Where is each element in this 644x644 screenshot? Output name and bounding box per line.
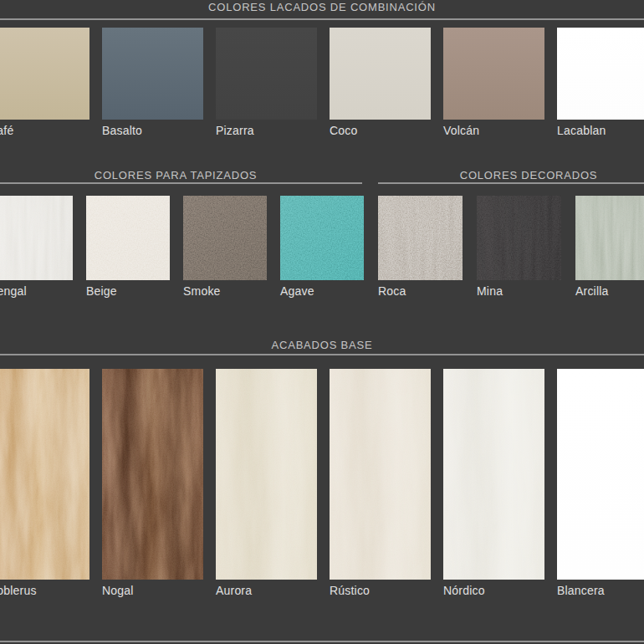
section-title-acabados: ACABADOS BASE <box>0 339 644 351</box>
texture-overlay <box>378 196 463 280</box>
texture-overlay <box>0 196 73 280</box>
swatch-label: Basalto <box>102 124 203 137</box>
swatch-roblerus: Roblerus <box>0 369 89 597</box>
swatch-label: Lacablan <box>557 124 644 137</box>
swatch-label: Nogal <box>102 584 203 597</box>
swatch-row-decorados: RocaMinaArcilla <box>378 196 644 298</box>
swatch-label: Volcán <box>443 124 544 137</box>
section-title-decorados: COLORES DECORADOS <box>378 169 644 181</box>
divider-rule-acabados <box>0 354 644 355</box>
texture-overlay <box>0 196 73 280</box>
swatch-label: Arcilla <box>575 284 644 298</box>
texture-overlay <box>443 369 544 580</box>
swatch-color-chip <box>102 369 203 580</box>
texture-overlay <box>0 369 89 580</box>
texture-overlay <box>330 369 431 580</box>
section-title-lacados: COLORES LACADOS DE COMBINACIÓN <box>0 1 644 13</box>
texture-overlay <box>0 369 89 580</box>
swatch-rustico: Rústico <box>330 369 431 597</box>
texture-overlay <box>330 369 431 580</box>
swatch-color-chip <box>216 369 317 580</box>
swatch-roca: Roca <box>378 196 463 298</box>
texture-overlay <box>477 196 561 280</box>
section-title-tapizados: COLORES PARA TAPIZADOS <box>0 169 362 181</box>
swatch-label: Coco <box>330 124 431 137</box>
swatch-bengal: Bengal <box>0 196 73 298</box>
swatch-color-chip <box>443 28 544 120</box>
texture-overlay <box>216 369 317 580</box>
swatch-mina: Mina <box>477 196 561 298</box>
swatch-color-chip <box>557 369 644 580</box>
swatch-row-lacados: CaféBasaltoPizarraCocoVolcánLacablan <box>0 28 644 137</box>
swatch-color-chip <box>216 28 317 120</box>
swatch-color-chip <box>183 196 267 280</box>
swatch-color-chip <box>575 196 644 280</box>
swatch-label: Roblerus <box>0 584 89 597</box>
divider-rule-decorados <box>378 182 644 184</box>
swatch-color-chip <box>330 369 431 580</box>
swatch-color-chip <box>280 196 364 280</box>
swatch-label: Agave <box>280 284 364 298</box>
texture-overlay <box>102 369 203 580</box>
swatch-label: Aurora <box>216 584 317 597</box>
swatch-label: Blancera <box>557 584 644 597</box>
swatch-pizarra: Pizarra <box>216 28 317 137</box>
swatch-color-chip <box>378 196 463 280</box>
swatch-color-chip <box>557 28 644 120</box>
divider-rule-tapizados <box>0 182 362 184</box>
swatch-coco: Coco <box>330 28 431 137</box>
swatch-blancera: Blancera <box>557 369 644 597</box>
swatch-beige: Beige <box>86 196 170 298</box>
swatch-arcilla: Arcilla <box>575 196 644 298</box>
texture-overlay <box>216 369 317 580</box>
swatch-lacablan: Lacablan <box>557 28 644 137</box>
swatch-color-chip <box>0 369 89 580</box>
texture-overlay <box>575 196 644 280</box>
swatch-nogal: Nogal <box>102 369 203 597</box>
swatch-label: Pizarra <box>216 124 317 137</box>
swatch-label: Café <box>0 124 89 137</box>
swatch-aurora: Aurora <box>216 369 317 597</box>
swatch-agave: Agave <box>280 196 364 298</box>
swatch-nordico: Nórdico <box>443 369 544 597</box>
texture-overlay <box>183 196 267 280</box>
swatch-row-acabados: RoblerusNogalAuroraRústicoNórdicoBlancer… <box>0 369 644 597</box>
texture-overlay <box>477 196 561 280</box>
swatch-cafe: Café <box>0 28 89 137</box>
swatch-label: Mina <box>477 284 561 298</box>
texture-overlay <box>280 196 364 280</box>
swatch-color-chip <box>0 196 73 280</box>
swatch-label: Smoke <box>183 284 267 298</box>
texture-overlay <box>575 196 644 280</box>
swatch-color-chip <box>0 28 89 120</box>
texture-overlay <box>86 196 170 280</box>
swatch-color-chip <box>330 28 431 120</box>
page-bottom-rule <box>0 641 644 642</box>
swatch-row-tapizados: BengalBeigeSmokeAgave <box>0 196 364 298</box>
texture-overlay <box>102 369 203 580</box>
swatch-color-chip <box>102 28 203 120</box>
texture-overlay <box>0 369 89 580</box>
swatch-basalto: Basalto <box>102 28 203 137</box>
texture-overlay <box>378 196 463 280</box>
swatch-label: Roca <box>378 284 463 298</box>
swatch-label: Beige <box>86 284 170 298</box>
swatch-label: Bengal <box>0 284 73 298</box>
swatch-color-chip <box>86 196 170 280</box>
texture-overlay <box>102 369 203 580</box>
swatch-color-chip <box>443 369 544 580</box>
texture-overlay <box>443 369 544 580</box>
swatch-color-chip <box>477 196 561 280</box>
finishes-color-chart-page: COLORES LACADOS DE COMBINACIÓN CaféBasal… <box>0 0 644 644</box>
swatch-label: Rústico <box>330 584 431 597</box>
swatch-label: Nórdico <box>443 584 544 597</box>
divider-rule-lacados <box>0 18 644 20</box>
swatch-smoke: Smoke <box>183 196 267 298</box>
swatch-volcan: Volcán <box>443 28 544 137</box>
